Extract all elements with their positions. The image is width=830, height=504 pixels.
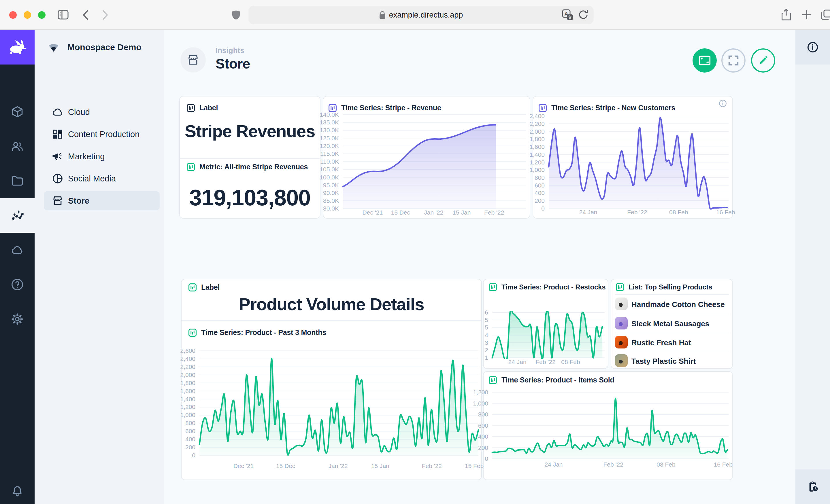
browser-chrome: example.directus.app A文 xyxy=(0,0,830,30)
address-bar[interactable]: example.directus.app xyxy=(248,6,594,24)
x-tick-label: Dec '21 xyxy=(233,463,254,469)
new-tab-icon[interactable] xyxy=(802,10,811,20)
zoom-window-button[interactable] xyxy=(38,11,45,19)
module-settings[interactable] xyxy=(0,302,35,336)
x-tick-label: Jan '22 xyxy=(424,209,443,216)
close-window-button[interactable] xyxy=(9,11,17,19)
sidebar-toggle-icon[interactable] xyxy=(58,10,69,20)
list-divider xyxy=(615,294,729,295)
minimize-window-button[interactable] xyxy=(24,11,31,19)
time-series-panel-icon xyxy=(189,329,196,337)
y-tick-label: 400 xyxy=(517,190,545,196)
notifications-bell-icon[interactable] xyxy=(0,473,35,504)
y-tick-label: 2,600 xyxy=(168,347,195,354)
page-icon-storefront xyxy=(181,47,206,73)
panel-title: Time Series: Product - Past 3 Months xyxy=(201,328,326,337)
module-cloud[interactable] xyxy=(0,233,35,267)
y-tick-label: 2,400 xyxy=(517,112,545,120)
product-name: Tasty Plastic Shirt xyxy=(632,357,696,366)
panel-title: Time Series: Stripe - Revenue xyxy=(341,104,441,112)
list-divider xyxy=(615,333,729,333)
sidebar-item-store[interactable]: Store xyxy=(44,191,160,210)
y-tick-label: 2,200 xyxy=(168,364,195,370)
y-tick-label: 400 xyxy=(168,436,195,443)
y-tick-label: 110.0K xyxy=(311,158,339,165)
panel-info-icon[interactable] xyxy=(719,99,727,110)
project-name: Monospace Demo xyxy=(67,42,141,52)
module-files[interactable] xyxy=(0,164,35,198)
chart-svg xyxy=(343,113,526,210)
page: example.directus.app A文 xyxy=(0,0,830,504)
activity-log-button[interactable] xyxy=(795,469,830,504)
product-name: Handmade Cotton Cheese xyxy=(632,300,725,309)
y-tick-label: 90.0K xyxy=(311,190,339,196)
product-thumbnail xyxy=(615,317,628,330)
panel-divider xyxy=(180,158,320,159)
sidebar-item-social-media[interactable]: Social Media xyxy=(44,169,160,188)
project-chooser[interactable]: Monospace Demo xyxy=(35,30,164,65)
x-tick-label: Dec '21 xyxy=(362,209,383,216)
module-content[interactable] xyxy=(0,95,35,129)
y-tick-label: 105.0K xyxy=(311,166,339,173)
panel-title: List: Top Selling Products xyxy=(629,283,712,291)
breadcrumb[interactable]: Insights xyxy=(216,46,245,55)
sidebar-item-marketing[interactable]: Marketing xyxy=(44,147,160,166)
panel-title: Time Series: Stripe - New Customers xyxy=(551,104,675,112)
y-tick-label: 1,200 xyxy=(460,389,488,396)
project-status-icon xyxy=(48,42,59,53)
forward-button[interactable] xyxy=(102,10,108,20)
fullscreen-button[interactable] xyxy=(721,48,745,73)
x-tick-label: 08 Feb xyxy=(561,359,580,366)
share-icon[interactable] xyxy=(781,9,791,21)
directus-logo[interactable] xyxy=(0,30,35,65)
sidebar-item-cloud[interactable]: Cloud xyxy=(44,103,160,122)
zen-mode-button[interactable] xyxy=(693,48,717,73)
edit-dashboard-button[interactable] xyxy=(751,48,775,73)
back-button[interactable] xyxy=(83,10,89,20)
x-tick-label: 16 Feb xyxy=(716,209,735,216)
y-tick-label: 800 xyxy=(517,174,545,181)
y-tick-label: 135.0K xyxy=(311,119,339,126)
y-tick-label: 1,000 xyxy=(460,400,488,407)
panel-divider xyxy=(182,320,481,321)
y-tick-label: 120.0K xyxy=(311,142,339,149)
privacy-shield-icon[interactable] xyxy=(232,10,241,20)
x-tick-label: Feb '22 xyxy=(604,461,624,468)
y-tick-label: 0 xyxy=(517,205,545,212)
y-tick-label: 1 xyxy=(460,354,488,361)
tab-overview-icon[interactable] xyxy=(821,9,830,20)
panel-type-label: Label xyxy=(201,283,220,292)
translate-icon[interactable]: A文 xyxy=(562,9,574,21)
x-tick-label: Feb '22 xyxy=(422,463,442,469)
sidebar-item-content-production[interactable]: Content Production xyxy=(44,125,160,144)
chart-items-sold: 1,2001,000800600400200024 JanFeb '2208 F… xyxy=(492,392,729,459)
y-tick-label: 1,000 xyxy=(517,166,545,173)
product-thumbnail xyxy=(615,298,628,310)
list-divider xyxy=(615,351,729,352)
y-tick-label: 1,200 xyxy=(517,159,545,166)
x-tick-label: 24 Jan xyxy=(579,209,597,216)
y-tick-label: 200 xyxy=(460,444,488,451)
x-tick-label: 15 Feb xyxy=(465,463,484,469)
list-divider xyxy=(615,314,729,314)
x-tick-label: 15 Dec xyxy=(276,463,295,469)
y-tick-label: 3 xyxy=(460,339,488,346)
reload-icon[interactable] xyxy=(578,9,588,20)
chart-new-customers: 2,4002,2002,0001,8001,6001,4001,2001,000… xyxy=(549,116,729,208)
chart-svg xyxy=(549,115,729,209)
y-tick-label: 85.0K xyxy=(311,197,339,204)
y-tick-label: 100.0K xyxy=(311,174,339,181)
chart-svg xyxy=(492,391,729,460)
module-insights[interactable] xyxy=(0,198,35,233)
module-bar xyxy=(0,30,35,504)
module-help[interactable] xyxy=(0,267,35,302)
y-tick-label: 1,800 xyxy=(517,136,545,142)
x-tick-label: 15 Jan xyxy=(452,209,471,216)
label-panel-icon xyxy=(187,104,195,112)
x-tick-label: 15 Jan xyxy=(371,463,389,469)
sidebar-info-button[interactable] xyxy=(795,30,830,65)
module-users[interactable] xyxy=(0,129,35,164)
y-tick-label: 6 xyxy=(460,309,488,316)
x-tick-label: Jan '22 xyxy=(328,463,348,469)
chart-restocks: 655432124 JanFeb '2208 Feb xyxy=(492,312,605,358)
